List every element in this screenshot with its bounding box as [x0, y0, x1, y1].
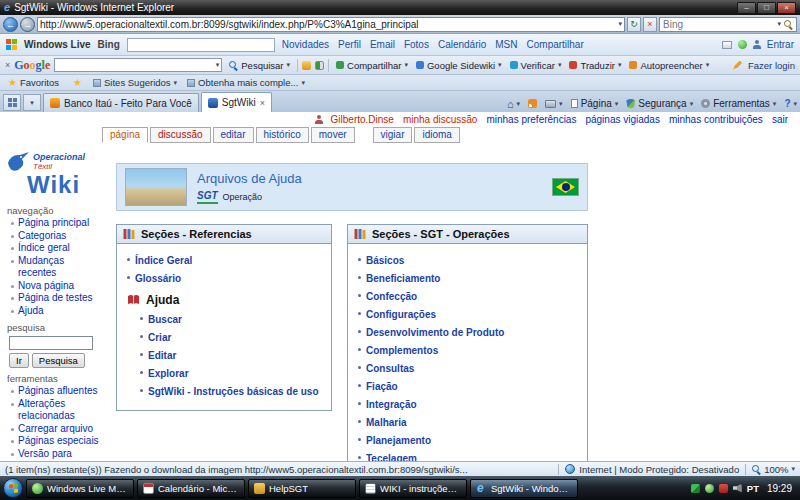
brazil-flag-icon[interactable]	[552, 178, 579, 196]
wiki-tab[interactable]: página	[102, 127, 148, 143]
minimize-button[interactable]: –	[737, 2, 756, 14]
wiki-tab[interactable]: histórico	[256, 127, 309, 143]
messenger-tray-icon[interactable]	[705, 484, 714, 493]
quick-tabs-button[interactable]	[3, 94, 21, 111]
alert-tray-icon[interactable]	[719, 484, 728, 493]
personal-bar-link[interactable]: Gilberto.Dinse	[331, 114, 394, 125]
favorites-bar-item[interactable]: Sites Sugeridos ▾	[93, 77, 177, 88]
go-button[interactable]: Ir	[9, 353, 29, 368]
sidebar-link[interactable]: Alterações relacionadas	[18, 398, 75, 422]
print-button[interactable]: ▾	[545, 100, 563, 108]
pen-icon[interactable]	[733, 61, 742, 70]
sidebar-link[interactable]: Carregar arquivo	[18, 423, 93, 434]
close-button[interactable]: ×	[777, 2, 796, 14]
start-button[interactable]	[3, 478, 23, 498]
wiki-link[interactable]: Buscar	[148, 314, 182, 325]
taskbar-button[interactable]: WIKI - instruções d...	[359, 479, 467, 498]
live-toolbar-link[interactable]: Novidades	[282, 39, 329, 50]
google-search-dropdown-icon[interactable]: ▾	[216, 61, 220, 69]
wiki-link[interactable]: Consultas	[366, 363, 414, 374]
feeds-button[interactable]	[528, 99, 537, 108]
wiki-link[interactable]: Configurações	[366, 309, 436, 320]
taskbar-button[interactable]: Windows Live Mess...	[26, 479, 134, 498]
language-indicator[interactable]: PT	[747, 483, 759, 494]
google-toolbar-button[interactable]: Google Sidewiki ▾	[413, 60, 505, 71]
wiki-link[interactable]: Malharia	[366, 417, 407, 428]
live-toolbar-link[interactable]: Email	[370, 39, 395, 50]
google-search-field[interactable]: ▾	[54, 58, 222, 72]
wiki-link[interactable]: Desenvolvimento de Produto	[366, 327, 504, 338]
add-favorite-button[interactable]: ★	[70, 78, 85, 88]
wiki-tab[interactable]: idioma	[414, 127, 459, 143]
live-toolbar-link[interactable]: Fotos	[404, 39, 429, 50]
home-button[interactable]: ⌂▾	[507, 99, 520, 109]
taskbar-button[interactable]: HelpSGT	[248, 479, 356, 498]
tab-list-button[interactable]: ▾	[23, 94, 41, 111]
google-login-link[interactable]: Fazer login	[748, 60, 795, 71]
page-menu[interactable]: Página▾	[571, 98, 619, 109]
refresh-button[interactable]: ↻	[627, 17, 641, 32]
favorites-bar-item[interactable]: Obtenha mais comple... ▾	[187, 77, 305, 88]
personal-bar-link[interactable]: páginas vigiadas	[585, 114, 660, 125]
wiki-search-input[interactable]	[9, 336, 93, 350]
tools-menu[interactable]: Ferramentas▾	[701, 98, 776, 109]
wiki-link[interactable]: Complementos	[366, 345, 438, 356]
close-toolbar-icon[interactable]: ×	[5, 60, 10, 70]
wiki-link[interactable]: Editar	[148, 350, 176, 361]
wiki-link[interactable]: Integração	[366, 399, 417, 410]
address-dropdown-icon[interactable]: ▾	[618, 20, 622, 28]
live-toolbar-link[interactable]: Compartilhar	[527, 39, 584, 50]
sidebar-link[interactable]: Ajuda	[18, 305, 44, 316]
wiki-link[interactable]: Beneficiamento	[366, 273, 440, 284]
bookmark-icon[interactable]	[302, 61, 311, 70]
google-toolbar-button[interactable]: Autopreencher ▾	[626, 60, 712, 71]
search-input[interactable]	[663, 19, 774, 30]
help-menu[interactable]: ?▾	[784, 98, 797, 109]
messenger-icon[interactable]	[738, 40, 747, 49]
wiki-link[interactable]: Tecelagem	[366, 453, 417, 461]
wiki-tab[interactable]: mover	[311, 127, 355, 143]
wiki-link[interactable]: Criar	[148, 332, 171, 343]
stop-button[interactable]: ×	[643, 17, 657, 32]
sidebar-link[interactable]: Mudanças recentes	[18, 255, 64, 279]
mail-icon[interactable]	[722, 41, 732, 49]
wiki-search-button[interactable]: Pesquisa	[32, 353, 85, 368]
favorites-button[interactable]: ★ Favoritos	[5, 77, 62, 88]
wiki-tab[interactable]: vigiar	[373, 127, 413, 143]
url-input[interactable]	[40, 19, 618, 30]
live-toolbar-link[interactable]: MSN	[495, 39, 517, 50]
sidebar-link[interactable]: Páginas especiais	[18, 435, 99, 446]
google-search-button[interactable]: Pesquisar ▾	[226, 60, 293, 71]
wiki-link[interactable]: Explorar	[148, 368, 189, 379]
signin-link[interactable]: Entrar	[767, 39, 794, 50]
google-toolbar-button[interactable]: Compartilhar ▾	[333, 60, 411, 71]
wiki-tab[interactable]: editar	[213, 127, 254, 143]
search-dropdown-icon[interactable]: ▾	[777, 20, 781, 28]
google-search-input[interactable]	[57, 60, 215, 71]
wiki-link[interactable]: Básicos	[366, 255, 404, 266]
sidebar-link[interactable]: Página de testes	[18, 292, 93, 303]
personal-bar-link[interactable]: sair	[772, 114, 788, 125]
sidebar-link[interactable]: Página principal	[18, 217, 89, 228]
tab-banco-itau[interactable]: Banco Itaú - Feito Para Você	[43, 93, 199, 112]
sidebar-link[interactable]: Índice geral	[18, 242, 70, 253]
personal-bar-link[interactable]: minhas contribuições	[669, 114, 763, 125]
tab-sgtwiki[interactable]: SgtWiki ×	[201, 92, 272, 112]
pagerank-icon[interactable]	[315, 61, 324, 70]
live-toolbar-link[interactable]: Perfil	[338, 39, 361, 50]
forward-button[interactable]: →	[20, 17, 35, 32]
wiki-tab[interactable]: discussão	[150, 127, 210, 143]
security-tray-icon[interactable]	[691, 484, 700, 493]
clock[interactable]: 19:29	[764, 483, 792, 494]
wiki-link[interactable]: Glossário	[135, 273, 181, 284]
sidebar-link[interactable]: Páginas afluentes	[18, 385, 98, 396]
sidebar-link[interactable]: Categorias	[18, 230, 66, 241]
close-tab-icon[interactable]: ×	[260, 98, 265, 108]
wiki-link[interactable]: Fiação	[366, 381, 398, 392]
volume-icon[interactable]	[733, 484, 742, 493]
google-toolbar-button[interactable]: Verificar ▾	[507, 60, 565, 71]
zoom-control[interactable]: 100% ▾	[745, 464, 795, 475]
taskbar-button[interactable]: SgtWiki - Windows I...	[470, 479, 578, 498]
wiki-link[interactable]: Confecção	[366, 291, 417, 302]
address-field[interactable]: ▾	[37, 17, 625, 32]
